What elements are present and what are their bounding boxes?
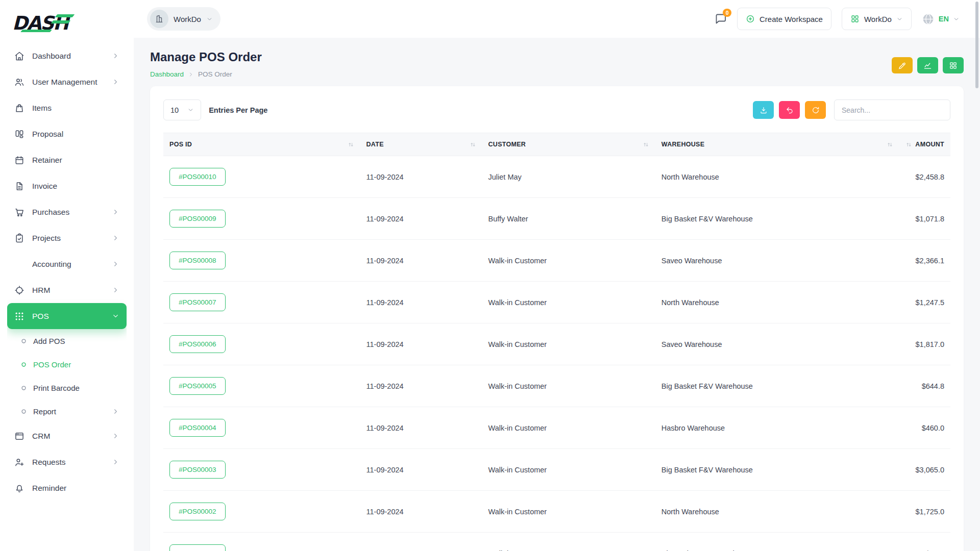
sidebar-item-reminder[interactable]: Reminder	[7, 475, 127, 501]
sidebar-subitem-report[interactable]: Report	[7, 399, 127, 423]
users-icon	[14, 77, 24, 87]
pos-id-link[interactable]: #POS00003	[169, 461, 226, 479]
customer-cell: Walk-in Customer	[482, 449, 655, 491]
chevron-right-icon	[112, 234, 119, 242]
sidebar-item-label: Accounting	[32, 260, 71, 269]
messages-button[interactable]: 0	[715, 13, 727, 25]
search-input[interactable]	[834, 99, 950, 120]
sidebar-item-user-management[interactable]: User Management	[7, 69, 127, 95]
scrollbar[interactable]	[975, 2, 978, 88]
create-workspace-label: Create Workspace	[760, 15, 823, 23]
customer-cell: Walk-in Customer	[482, 407, 655, 449]
sidebar-item-proposal[interactable]: Proposal	[7, 121, 127, 147]
sidebar-subitem-pos-order[interactable]: POS Order	[7, 353, 127, 376]
chevron-right-icon	[112, 208, 119, 216]
customer-cell: Walk-in Customer	[482, 533, 655, 551]
toolbar-actions	[753, 99, 950, 120]
apps-menu-button[interactable]: WorkDo	[842, 8, 912, 30]
sidebar-item-label: Requests	[32, 458, 65, 467]
pos-id-link[interactable]: #POS00006	[169, 335, 226, 353]
sidebar: DASH DashboardUser ManagementItemsPropos…	[0, 0, 134, 551]
amount-cell: $2,366.1	[899, 240, 950, 282]
sidebar-item-hrm[interactable]: HRM	[7, 277, 127, 303]
create-workspace-button[interactable]: Create Workspace	[737, 8, 831, 30]
export-button[interactable]	[753, 101, 774, 119]
warehouse-cell: Saveo Warehouse	[655, 240, 899, 282]
sidebar-item-projects[interactable]: Projects	[7, 225, 127, 251]
col-pos-id[interactable]: POS ID	[163, 133, 360, 156]
edit-button[interactable]	[892, 57, 913, 73]
warehouse-cell: North Warehouse	[655, 156, 899, 198]
brand-logo[interactable]: DASH	[7, 6, 127, 39]
pos-id-link[interactable]: #POS00002	[169, 503, 226, 520]
sidebar-item-crm[interactable]: CRM	[7, 423, 127, 449]
table-row: #POS0000511-09-2024Walk-in CustomerBig B…	[163, 365, 950, 407]
amount-cell: $644.8	[899, 365, 950, 407]
circle-icon	[21, 362, 27, 367]
pos-id-link[interactable]: #POS00009	[169, 210, 226, 228]
chart-button[interactable]	[917, 57, 938, 73]
logo-accent-slash	[55, 14, 75, 17]
sidebar-item-accounting[interactable]: Accounting	[7, 251, 127, 277]
reload-button[interactable]	[805, 101, 826, 119]
reset-button[interactable]	[779, 101, 800, 119]
col-customer[interactable]: CUSTOMER	[482, 133, 655, 156]
sidebar-item-invoice[interactable]: Invoice	[7, 173, 127, 199]
warehouse-cell: Big Basket F&V Warehouse	[655, 449, 899, 491]
chevron-right-icon	[112, 458, 119, 466]
sort-icon	[887, 141, 893, 148]
pos-table-body: #POS0001011-09-2024Juliet MayNorth Wareh…	[163, 156, 950, 551]
pos-id-link[interactable]: #POS00005	[169, 377, 226, 395]
table-row: #POS0000611-09-2024Walk-in CustomerSaveo…	[163, 323, 950, 365]
grid-icon	[850, 14, 860, 23]
dots-grid-icon	[14, 311, 24, 321]
workspace-avatar-icon	[150, 10, 168, 28]
sidebar-item-items[interactable]: Items	[7, 95, 127, 121]
entries-per-page-select[interactable]: 10	[163, 99, 201, 120]
warehouse-cell: Big Basket F&V Warehouse	[655, 533, 899, 551]
col-amount[interactable]: AMOUNT	[899, 133, 950, 156]
sidebar-item-dashboard[interactable]: Dashboard	[7, 43, 127, 69]
clipboard-icon	[14, 233, 24, 243]
sidebar-subitem-add-pos[interactable]: Add POS	[7, 329, 127, 353]
sidebar-subitem-label: Add POS	[33, 337, 65, 345]
sidebar-item-purchases[interactable]: Purchases	[7, 199, 127, 225]
plus-circle-icon	[746, 14, 755, 23]
customer-cell: Walk-in Customer	[482, 240, 655, 282]
pos-id-link[interactable]: #POS00008	[169, 252, 226, 269]
pos-id-link[interactable]: #POS00004	[169, 419, 226, 437]
date-cell: 11-09-2024	[360, 282, 482, 323]
col-date[interactable]: DATE	[360, 133, 482, 156]
language-selector[interactable]: EN	[922, 13, 960, 26]
app-root: DASH DashboardUser ManagementItemsPropos…	[0, 0, 980, 551]
customer-cell: Juliet May	[482, 156, 655, 198]
entries-per-page-label: Entries Per Page	[209, 106, 267, 114]
breadcrumb-current: POS Order	[198, 70, 232, 78]
pos-id-link[interactable]: #POS00001	[169, 544, 226, 551]
sidebar-item-pos[interactable]: POS	[7, 303, 127, 329]
date-cell: 11-09-2024	[360, 156, 482, 198]
table-row: #POS0000211-09-2024Walk-in CustomerNorth…	[163, 491, 950, 533]
warehouse-cell: North Warehouse	[655, 282, 899, 323]
sidebar-item-retainer[interactable]: Retainer	[7, 147, 127, 173]
download-icon	[760, 106, 768, 114]
topbar-right: 0 Create Workspace WorkDo EN	[715, 8, 960, 30]
sidebar-item-label: Items	[32, 104, 52, 113]
col-warehouse[interactable]: WAREHOUSE	[655, 133, 899, 156]
pos-id-link[interactable]: #POS00007	[169, 293, 226, 311]
entries-per-page-value: 10	[170, 106, 179, 114]
sidebar-item-label: Projects	[32, 234, 61, 243]
customer-cell: Walk-in Customer	[482, 491, 655, 533]
chevron-down-icon	[206, 16, 213, 22]
page-actions	[892, 57, 964, 73]
sidebar-subitem-print-barcode[interactable]: Print Barcode	[7, 376, 127, 399]
warehouse-cell: Hasbro Warehouse	[655, 407, 899, 449]
sidebar-item-requests[interactable]: Requests	[7, 449, 127, 475]
pos-id-link[interactable]: #POS00010	[169, 168, 226, 186]
breadcrumb-dashboard-link[interactable]: Dashboard	[150, 70, 184, 78]
date-cell: 11-09-2024	[360, 323, 482, 365]
bell-icon	[14, 483, 24, 493]
workspace-selector[interactable]: WorkDo	[147, 7, 220, 31]
grid-view-button[interactable]	[943, 57, 964, 73]
sidebar-item-label: Reminder	[32, 484, 66, 493]
